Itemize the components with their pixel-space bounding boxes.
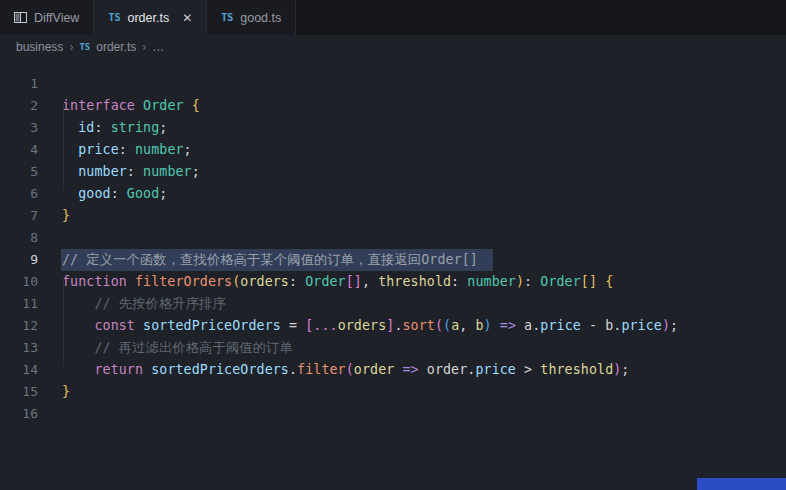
code-line: 8	[0, 227, 786, 249]
code-line: 11 // 先按价格升序排序	[0, 293, 786, 315]
chevron-right-icon: ›	[142, 40, 146, 54]
line-number: 7	[0, 205, 38, 227]
breadcrumb: business › TS order.ts › …	[0, 35, 786, 58]
code-line: 15}	[0, 381, 786, 403]
code-line: 12 const sortedPriceOrders = [...orders]…	[0, 315, 786, 337]
code-line-text: number: number;	[62, 161, 200, 183]
code-line-text: }	[62, 205, 70, 227]
line-number: 16	[0, 403, 38, 425]
tab-bar-empty-space	[296, 0, 786, 35]
line-number: 10	[0, 271, 38, 293]
tab-diffview[interactable]: DiffView	[0, 0, 94, 35]
line-number: 1	[0, 73, 38, 95]
code-line: 7}	[0, 205, 786, 227]
code-line-text: function filterOrders(orders: Order[], t…	[62, 271, 613, 293]
bottom-right-blue-strip	[697, 478, 786, 490]
line-number: 15	[0, 381, 38, 403]
diff-view-icon	[14, 11, 27, 24]
line-number: 5	[0, 161, 38, 183]
code-line: 6 good: Good;	[0, 183, 786, 205]
code-line-text: price: number;	[62, 139, 192, 161]
tab-order-ts[interactable]: TS order.ts ✕	[94, 0, 207, 35]
code-editor[interactable]: 12interface Order {3 id: string;4 price:…	[0, 58, 786, 425]
typescript-file-icon: TS	[221, 12, 233, 23]
line-number: 3	[0, 117, 38, 139]
code-line-text: // 再过滤出价格高于阈值的订单	[62, 337, 293, 359]
code-line-text: return sortedPriceOrders.filter(order =>…	[62, 359, 629, 381]
code-line-text: const sortedPriceOrders = [...orders].so…	[62, 315, 678, 337]
code-lines: 12interface Order {3 id: string;4 price:…	[0, 73, 786, 425]
typescript-file-icon: TS	[108, 12, 120, 23]
close-icon[interactable]: ✕	[182, 12, 192, 24]
code-line-text: // 定义一个函数，查找价格高于某个阈值的订单，直接返回Order[]	[61, 249, 493, 271]
line-number: 2	[0, 95, 38, 117]
tab-label: order.ts	[127, 11, 169, 25]
code-line: 9// 定义一个函数，查找价格高于某个阈值的订单，直接返回Order[]	[0, 249, 786, 271]
code-line: 4 price: number;	[0, 139, 786, 161]
line-number: 12	[0, 315, 38, 337]
code-line-text: // 先按价格升序排序	[62, 293, 226, 315]
tab-bar: DiffView TS order.ts ✕ TS good.ts	[0, 0, 786, 35]
code-line: 2interface Order {	[0, 95, 786, 117]
code-line: 14 return sortedPriceOrders.filter(order…	[0, 359, 786, 381]
code-line-text: interface Order {	[62, 95, 200, 117]
code-line: 10function filterOrders(orders: Order[],…	[0, 271, 786, 293]
typescript-file-icon: TS	[79, 42, 90, 52]
chevron-right-icon: ›	[69, 40, 73, 54]
code-line: 16	[0, 403, 786, 425]
indent-guide	[63, 278, 64, 366]
tab-label: DiffView	[34, 11, 79, 25]
line-number: 6	[0, 183, 38, 205]
line-number: 11	[0, 293, 38, 315]
line-number: 8	[0, 227, 38, 249]
breadcrumb-folder[interactable]: business	[16, 40, 63, 54]
line-number: 13	[0, 337, 38, 359]
line-number: 14	[0, 359, 38, 381]
code-line: 5 number: number;	[0, 161, 786, 183]
code-line-text: }	[62, 381, 70, 403]
line-number: 9	[0, 249, 38, 271]
code-line: 3 id: string;	[0, 117, 786, 139]
code-line-text: id: string;	[62, 117, 167, 139]
tab-label: good.ts	[240, 11, 281, 25]
tab-good-ts[interactable]: TS good.ts	[207, 0, 296, 35]
code-line: 13 // 再过滤出价格高于阈值的订单	[0, 337, 786, 359]
indent-guide	[63, 102, 64, 190]
breadcrumb-symbol[interactable]: …	[152, 40, 164, 54]
code-line: 1	[0, 73, 786, 95]
breadcrumb-file[interactable]: order.ts	[96, 40, 136, 54]
line-number: 4	[0, 139, 38, 161]
code-line-text: good: Good;	[62, 183, 167, 205]
